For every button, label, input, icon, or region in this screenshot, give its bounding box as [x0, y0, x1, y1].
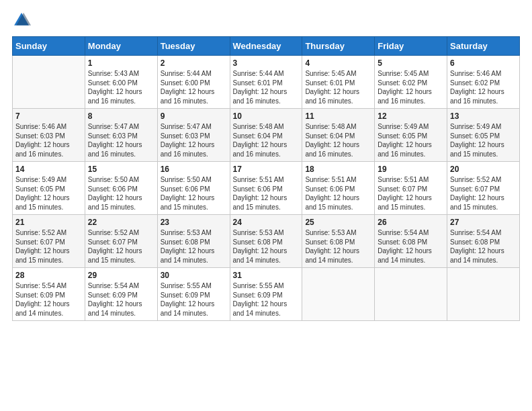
cell-info: Sunrise: 5:55 AM Sunset: 6:09 PM Dayligh… — [233, 281, 300, 318]
cell-info: Sunrise: 5:46 AM Sunset: 6:02 PM Dayligh… — [450, 69, 517, 105]
calendar-cell: 30Sunrise: 5:55 AM Sunset: 6:09 PM Dayli… — [157, 268, 230, 321]
cell-info: Sunrise: 5:50 AM Sunset: 6:06 PM Dayligh… — [161, 175, 227, 212]
cell-info: Sunrise: 5:44 AM Sunset: 6:01 PM Dayligh… — [233, 69, 300, 105]
calendar-cell: 21Sunrise: 5:52 AM Sunset: 6:07 PM Dayli… — [13, 215, 85, 268]
calendar-cell: 28Sunrise: 5:54 AM Sunset: 6:09 PM Dayli… — [13, 268, 85, 321]
calendar-cell: 16Sunrise: 5:50 AM Sunset: 6:06 PM Dayli… — [157, 162, 230, 215]
day-number: 24 — [233, 218, 300, 227]
calendar-cell: 26Sunrise: 5:54 AM Sunset: 6:08 PM Dayli… — [375, 215, 447, 268]
calendar-cell: 1Sunrise: 5:43 AM Sunset: 6:00 PM Daylig… — [85, 56, 157, 109]
day-number: 3 — [233, 58, 300, 68]
calendar-cell — [13, 56, 85, 109]
cell-info: Sunrise: 5:53 AM Sunset: 6:08 PM Dayligh… — [305, 228, 371, 265]
day-number: 1 — [88, 58, 154, 68]
day-number: 25 — [305, 218, 371, 227]
header — [12, 11, 520, 30]
day-number: 30 — [161, 271, 227, 280]
calendar-cell: 17Sunrise: 5:51 AM Sunset: 6:06 PM Dayli… — [230, 162, 302, 215]
calendar-cell: 7Sunrise: 5:46 AM Sunset: 6:03 PM Daylig… — [13, 109, 85, 162]
calendar-cell: 10Sunrise: 5:48 AM Sunset: 6:04 PM Dayli… — [230, 109, 302, 162]
calendar-cell: 27Sunrise: 5:54 AM Sunset: 6:08 PM Dayli… — [447, 215, 520, 268]
cell-info: Sunrise: 5:49 AM Sunset: 6:05 PM Dayligh… — [15, 175, 82, 212]
cell-info: Sunrise: 5:52 AM Sunset: 6:07 PM Dayligh… — [450, 175, 517, 212]
calendar-cell: 5Sunrise: 5:45 AM Sunset: 6:02 PM Daylig… — [375, 56, 447, 109]
cell-info: Sunrise: 5:54 AM Sunset: 6:09 PM Dayligh… — [88, 281, 154, 318]
day-number: 6 — [450, 58, 517, 68]
week-row-3: 14Sunrise: 5:49 AM Sunset: 6:05 PM Dayli… — [13, 162, 520, 215]
calendar-cell: 25Sunrise: 5:53 AM Sunset: 6:08 PM Dayli… — [302, 215, 375, 268]
calendar-cell: 14Sunrise: 5:49 AM Sunset: 6:05 PM Dayli… — [13, 162, 85, 215]
cell-info: Sunrise: 5:47 AM Sunset: 6:03 PM Dayligh… — [161, 122, 227, 158]
day-number: 18 — [305, 165, 371, 174]
calendar-cell: 11Sunrise: 5:48 AM Sunset: 6:04 PM Dayli… — [302, 109, 375, 162]
day-number: 9 — [161, 111, 227, 121]
day-number: 28 — [15, 271, 82, 280]
calendar-cell: 29Sunrise: 5:54 AM Sunset: 6:09 PM Dayli… — [85, 268, 157, 321]
calendar-cell: 8Sunrise: 5:47 AM Sunset: 6:03 PM Daylig… — [85, 109, 157, 162]
header-row: SundayMondayTuesdayWednesdayThursdayFrid… — [13, 37, 520, 56]
day-number: 2 — [161, 58, 227, 68]
cell-info: Sunrise: 5:51 AM Sunset: 6:06 PM Dayligh… — [233, 175, 300, 212]
col-header-friday: Friday — [375, 37, 447, 56]
calendar-cell: 24Sunrise: 5:53 AM Sunset: 6:08 PM Dayli… — [230, 215, 302, 268]
day-number: 17 — [233, 165, 300, 174]
logo — [12, 11, 34, 30]
day-number: 4 — [305, 58, 371, 68]
calendar-cell — [375, 268, 447, 321]
day-number: 26 — [378, 218, 444, 227]
week-row-4: 21Sunrise: 5:52 AM Sunset: 6:07 PM Dayli… — [13, 215, 520, 268]
col-header-thursday: Thursday — [302, 37, 375, 56]
day-number: 8 — [88, 111, 154, 121]
day-number: 5 — [378, 58, 444, 68]
cell-info: Sunrise: 5:46 AM Sunset: 6:03 PM Dayligh… — [15, 122, 82, 158]
calendar-cell: 15Sunrise: 5:50 AM Sunset: 6:06 PM Dayli… — [85, 162, 157, 215]
col-header-tuesday: Tuesday — [157, 37, 230, 56]
calendar-cell: 2Sunrise: 5:44 AM Sunset: 6:00 PM Daylig… — [157, 56, 230, 109]
calendar-cell: 23Sunrise: 5:53 AM Sunset: 6:08 PM Dayli… — [157, 215, 230, 268]
calendar-cell: 31Sunrise: 5:55 AM Sunset: 6:09 PM Dayli… — [230, 268, 302, 321]
day-number: 7 — [15, 111, 82, 121]
calendar-cell — [447, 268, 520, 321]
calendar-cell: 13Sunrise: 5:49 AM Sunset: 6:05 PM Dayli… — [447, 109, 520, 162]
logo-icon — [12, 11, 31, 30]
cell-info: Sunrise: 5:54 AM Sunset: 6:09 PM Dayligh… — [15, 281, 82, 318]
calendar-cell: 3Sunrise: 5:44 AM Sunset: 6:01 PM Daylig… — [230, 56, 302, 109]
cell-info: Sunrise: 5:45 AM Sunset: 6:02 PM Dayligh… — [378, 69, 444, 105]
day-number: 15 — [88, 165, 154, 174]
cell-info: Sunrise: 5:47 AM Sunset: 6:03 PM Dayligh… — [88, 122, 154, 158]
week-row-1: 1Sunrise: 5:43 AM Sunset: 6:00 PM Daylig… — [13, 56, 520, 109]
cell-info: Sunrise: 5:54 AM Sunset: 6:08 PM Dayligh… — [378, 228, 444, 265]
cell-info: Sunrise: 5:45 AM Sunset: 6:01 PM Dayligh… — [305, 69, 371, 105]
cell-info: Sunrise: 5:51 AM Sunset: 6:06 PM Dayligh… — [305, 175, 371, 212]
cell-info: Sunrise: 5:50 AM Sunset: 6:06 PM Dayligh… — [88, 175, 154, 212]
day-number: 14 — [15, 165, 82, 174]
week-row-2: 7Sunrise: 5:46 AM Sunset: 6:03 PM Daylig… — [13, 109, 520, 162]
day-number: 11 — [305, 111, 371, 121]
col-header-wednesday: Wednesday — [230, 37, 302, 56]
calendar-table: SundayMondayTuesdayWednesdayThursdayFrid… — [12, 36, 520, 321]
page: SundayMondayTuesdayWednesdayThursdayFrid… — [0, 0, 532, 411]
cell-info: Sunrise: 5:43 AM Sunset: 6:00 PM Dayligh… — [88, 69, 154, 105]
cell-info: Sunrise: 5:49 AM Sunset: 6:05 PM Dayligh… — [450, 122, 517, 158]
cell-info: Sunrise: 5:55 AM Sunset: 6:09 PM Dayligh… — [161, 281, 227, 318]
cell-info: Sunrise: 5:53 AM Sunset: 6:08 PM Dayligh… — [161, 228, 227, 265]
col-header-saturday: Saturday — [447, 37, 520, 56]
day-number: 23 — [161, 218, 227, 227]
cell-info: Sunrise: 5:54 AM Sunset: 6:08 PM Dayligh… — [450, 228, 517, 265]
day-number: 21 — [15, 218, 82, 227]
calendar-cell: 18Sunrise: 5:51 AM Sunset: 6:06 PM Dayli… — [302, 162, 375, 215]
calendar-cell: 22Sunrise: 5:52 AM Sunset: 6:07 PM Dayli… — [85, 215, 157, 268]
day-number: 22 — [88, 218, 154, 227]
day-number: 29 — [88, 271, 154, 280]
calendar-cell: 20Sunrise: 5:52 AM Sunset: 6:07 PM Dayli… — [447, 162, 520, 215]
day-number: 12 — [378, 111, 444, 121]
day-number: 13 — [450, 111, 517, 121]
week-row-5: 28Sunrise: 5:54 AM Sunset: 6:09 PM Dayli… — [13, 268, 520, 321]
cell-info: Sunrise: 5:49 AM Sunset: 6:05 PM Dayligh… — [378, 122, 444, 158]
calendar-cell: 12Sunrise: 5:49 AM Sunset: 6:05 PM Dayli… — [375, 109, 447, 162]
day-number: 20 — [450, 165, 517, 174]
cell-info: Sunrise: 5:53 AM Sunset: 6:08 PM Dayligh… — [233, 228, 300, 265]
cell-info: Sunrise: 5:48 AM Sunset: 6:04 PM Dayligh… — [305, 122, 371, 158]
col-header-monday: Monday — [85, 37, 157, 56]
cell-info: Sunrise: 5:51 AM Sunset: 6:07 PM Dayligh… — [378, 175, 444, 212]
